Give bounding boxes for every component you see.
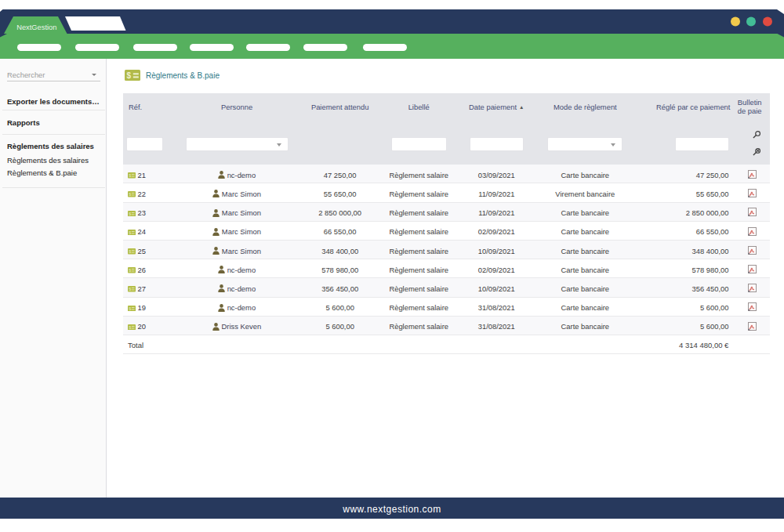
svg-text:$: $ — [129, 287, 131, 291]
svg-text:$: $ — [129, 325, 131, 330]
svg-text:$: $ — [129, 230, 131, 235]
svg-text:NextGestion: NextGestion — [16, 24, 56, 31]
svg-text:$: $ — [129, 173, 131, 178]
svg-text:$: $ — [129, 192, 131, 197]
svg-text:$: $ — [129, 306, 131, 310]
svg-text:$: $ — [129, 268, 131, 273]
svg-text:$: $ — [129, 212, 131, 216]
svg-text:$: $ — [129, 249, 131, 254]
svg-text:$: $ — [126, 71, 131, 80]
